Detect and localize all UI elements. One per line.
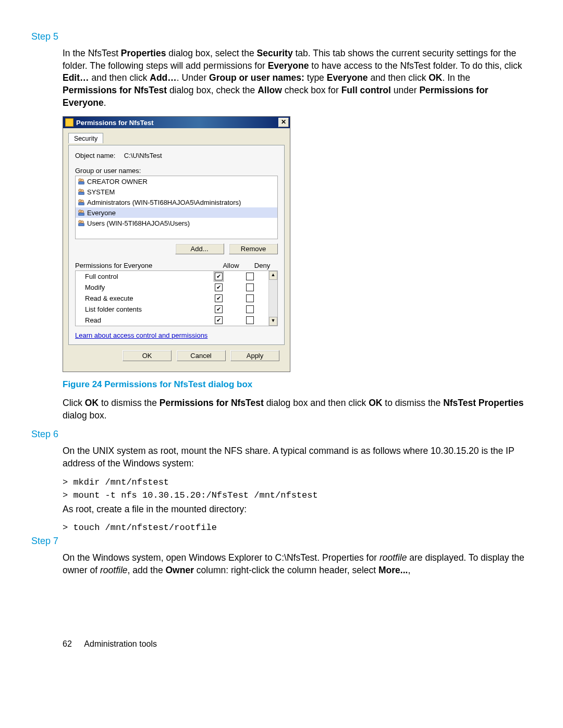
deny-checkbox[interactable] — [246, 294, 254, 302]
tab-security[interactable]: Security — [68, 133, 103, 143]
permission-row: Read & execute ✔ — [76, 293, 268, 304]
add-button[interactable]: Add... — [175, 243, 224, 254]
text: Click — [63, 398, 85, 408]
svg-point-1 — [81, 179, 83, 182]
text: . In the — [443, 72, 471, 83]
text-bold: Owner — [166, 565, 194, 575]
allow-checkbox[interactable]: ✔ — [215, 305, 223, 313]
group-users-listbox[interactable]: CREATOR OWNER SYSTEM Administrators (WIN… — [75, 176, 278, 239]
permissions-dialog: Permissions for NfsTest ✕ Security Objec… — [63, 116, 290, 372]
folder-icon — [65, 118, 74, 127]
step-6-label: Step 6 — [31, 429, 527, 440]
learn-link[interactable]: Learn about access control and permissio… — [75, 331, 207, 339]
scrollbar[interactable]: ▲ ▼ — [268, 271, 277, 326]
text-bold: Permissions for NfsTest — [63, 85, 167, 95]
list-item-label: Administrators (WIN-5TI68HAJOA5\Administ… — [87, 199, 241, 206]
text-bold: Allow — [258, 85, 282, 95]
text: and then click — [89, 72, 150, 83]
text-bold: Add… — [150, 72, 177, 83]
svg-rect-14 — [79, 224, 84, 226]
allow-column-header: Allow — [215, 262, 247, 269]
text: under — [391, 85, 419, 95]
ok-button[interactable]: OK — [123, 350, 172, 361]
text: type — [304, 72, 327, 83]
svg-rect-2 — [79, 182, 84, 184]
text: to dismiss the — [382, 398, 443, 408]
scroll-up-icon[interactable]: ▲ — [269, 271, 277, 280]
page-number: 62 — [63, 639, 72, 648]
permissions-title: Permissions for Everyone — [75, 262, 215, 269]
text-italic: rootfile — [380, 552, 407, 563]
permission-name: Modify — [85, 283, 203, 291]
text: column: right-click the column header, s… — [194, 565, 378, 575]
list-item[interactable]: CREATOR OWNER — [76, 176, 277, 187]
list-item-label: Everyone — [87, 209, 116, 217]
text: In the NfsTest — [63, 48, 121, 58]
permission-name: Read & execute — [85, 294, 203, 302]
allow-checkbox[interactable]: ✔ — [215, 283, 223, 291]
svg-rect-5 — [79, 192, 84, 194]
text: dialog box and then click — [264, 398, 369, 408]
page-footer: 62 Administration tools — [63, 639, 527, 649]
text: check box for — [282, 85, 341, 95]
tab-panel: Object name: C:\U\NfsTest Group or user … — [68, 145, 285, 345]
deny-checkbox[interactable] — [246, 305, 254, 313]
list-item-label: CREATOR OWNER — [87, 178, 148, 186]
list-item-label: Users (WIN-5TI68HAJOA5\Users) — [87, 219, 190, 227]
deny-checkbox[interactable] — [246, 273, 254, 280]
scroll-track[interactable] — [269, 280, 277, 317]
allow-checkbox[interactable]: ✔ — [215, 294, 223, 302]
step6-paragraph: On the UNIX system as root, mount the NF… — [63, 445, 527, 470]
svg-point-7 — [81, 200, 83, 203]
svg-rect-11 — [79, 213, 84, 215]
group-users-label: Group or user names: — [75, 167, 278, 175]
list-item[interactable]: Administrators (WIN-5TI68HAJOA5\Administ… — [76, 197, 277, 207]
apply-button[interactable]: Apply — [230, 350, 279, 361]
command-line: > touch /mnt/nfstest/rootfile — [63, 523, 527, 533]
step-5-label: Step 5 — [31, 31, 527, 42]
text: . — [104, 97, 106, 108]
user-group-icon — [78, 188, 85, 195]
permission-name: Full control — [85, 273, 203, 280]
text-bold: OK — [85, 398, 99, 408]
deny-checkbox[interactable] — [246, 316, 254, 324]
text-bold: OK — [369, 398, 382, 408]
command-line: > mount -t nfs 10.30.15.20:/NfsTest /mnt… — [63, 490, 527, 500]
close-icon[interactable]: ✕ — [278, 118, 289, 127]
deny-column-header: Deny — [247, 262, 278, 269]
text-bold: Everyone — [268, 60, 309, 71]
permission-row: Read ✔ — [76, 315, 268, 326]
permission-name: List folder contents — [85, 305, 203, 313]
object-name-value: C:\U\NfsTest — [124, 152, 162, 159]
permission-row: List folder contents ✔ — [76, 304, 268, 315]
titlebar[interactable]: Permissions for NfsTest ✕ — [63, 117, 290, 128]
remove-button[interactable]: Remove — [229, 243, 278, 254]
text: dialog box, check the — [167, 85, 258, 95]
list-item[interactable]: Users (WIN-5TI68HAJOA5\Users) — [76, 218, 277, 228]
text-bold: Permissions for NfsTest — [160, 398, 264, 408]
list-item[interactable]: Everyone — [76, 207, 277, 218]
text: to have access to the NfsTest folder. To… — [309, 60, 522, 71]
figure-caption: Figure 24 Permissions for NfsTest dialog… — [63, 379, 527, 390]
scroll-down-icon[interactable]: ▼ — [269, 317, 277, 326]
text-bold: Properties — [121, 48, 166, 58]
permission-row: Modify ✔ — [76, 282, 268, 293]
permissions-listbox: Full control ✔ Modify ✔ Read & execute ✔ — [76, 271, 268, 326]
text-italic: rootfile — [100, 565, 128, 575]
object-name-label: Object name: — [75, 152, 122, 159]
list-item-label: SYSTEM — [87, 188, 115, 196]
svg-point-10 — [81, 211, 83, 213]
allow-checkbox[interactable]: ✔ — [215, 273, 223, 280]
dialog-title: Permissions for NfsTest — [76, 119, 278, 127]
text-bold: NfsTest Properties — [443, 398, 523, 408]
deny-checkbox[interactable] — [246, 283, 254, 291]
text: dialog box, select the — [166, 48, 256, 58]
cancel-button[interactable]: Cancel — [177, 350, 226, 361]
step-7-label: Step 7 — [31, 536, 527, 547]
text: , add the — [128, 565, 166, 575]
user-group-icon — [78, 209, 85, 216]
text: , — [408, 565, 410, 575]
user-group-icon — [78, 219, 85, 227]
allow-checkbox[interactable]: ✔ — [215, 316, 223, 324]
list-item[interactable]: SYSTEM — [76, 187, 277, 197]
